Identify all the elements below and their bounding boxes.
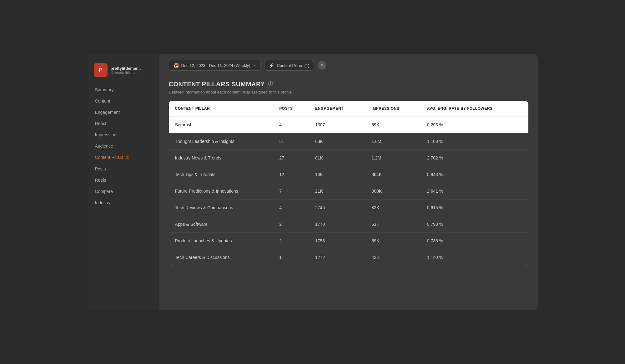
avg-eng-cell: 0.786 % (421, 233, 528, 249)
sidebar-label-reach: Reach (95, 121, 108, 126)
main-content: 📅 Dec 12, 2023 - Dec 11, 2024 (Weekly) ▾… (159, 54, 538, 310)
posts-cell: 2 (273, 216, 309, 233)
engagement-cell: 13K (309, 166, 365, 183)
sidebar-label-audience: Audience (95, 144, 113, 149)
filter-icon: ⚡ (269, 63, 274, 68)
table-row[interactable]: Tech Tips & Tutorials1213K364K0.943 % (169, 166, 528, 183)
impressions-cell: 1.2M (365, 150, 421, 166)
sidebar-item-industry[interactable]: Industry (91, 197, 156, 208)
help-button[interactable]: ? (318, 61, 326, 70)
posts-cell: 2 (273, 233, 309, 249)
pillar-cell: Product Launches & Updates (169, 233, 273, 249)
table-row[interactable]: Product Launches & Updates2175359K0.786 … (169, 233, 528, 249)
impressions-cell: 300K (365, 183, 421, 200)
avatar: P (94, 63, 108, 77)
sidebar-label-posts: Posts (95, 166, 106, 171)
sidebar: P prettylittlemar... @ /prettylittlema..… (88, 54, 159, 310)
section-subtitle: Detailed information about each content … (169, 90, 528, 94)
engagement-cell: 21K (309, 183, 365, 200)
sidebar-item-posts[interactable]: Posts (91, 164, 156, 174)
pillar-cell: Apps & Software (169, 216, 273, 233)
posts-cell: 12 (273, 166, 309, 183)
avg-eng-cell: 0.793 % (421, 216, 528, 233)
pillars-table: CONTENT PILLAR POSTS ENGAGEMENT IMPRESSI… (169, 101, 528, 265)
sidebar-item-audience[interactable]: Audience (91, 141, 156, 151)
content-pillars-filter-button[interactable]: ⚡ Content Pillars (1) (264, 60, 314, 71)
avatar-letter: P (98, 67, 102, 73)
sidebar-item-reach[interactable]: Reach (91, 118, 156, 129)
section-info-icon: ⓘ (268, 81, 273, 88)
posts-cell: 7 (273, 183, 309, 200)
engagement-cell: 1753 (309, 233, 365, 249)
sidebar-nav: Summary Content Engagement Reach Impress… (88, 84, 159, 208)
posts-cell: 51 (273, 133, 309, 150)
posts-cell: 4 (273, 200, 309, 216)
app-container: P prettylittlemar... @ /prettylittlema..… (88, 54, 538, 310)
sidebar-item-reels[interactable]: Reels (91, 175, 156, 185)
impressions-cell: 1.6M (365, 133, 421, 150)
profile-section: P prettylittlemar... @ /prettylittlema..… (88, 60, 159, 84)
sidebar-label-compare: Compare (95, 189, 113, 194)
sidebar-label-impressions: Impressions (95, 132, 118, 137)
avg-eng-cell: 1.108 % (421, 133, 528, 150)
impressions-cell: 59K (365, 233, 421, 249)
engagement-cell: 2745 (309, 200, 365, 216)
sidebar-item-engagement[interactable]: Engagement (91, 107, 156, 118)
col-header-engagement: ENGAGEMENT (309, 101, 365, 117)
table-row[interactable]: Semrush4130759K0.293 % (169, 117, 528, 133)
pillar-cell: Semrush (169, 117, 273, 133)
engagement-cell: 1307 (309, 117, 365, 133)
profile-name: prettylittlemar... (111, 66, 141, 71)
content-pillars-table: CONTENT PILLAR POSTS ENGAGEMENT IMPRESSI… (169, 101, 528, 265)
engagement-cell: 1272 (309, 249, 365, 266)
avg-eng-cell: 0.293 % (421, 117, 528, 133)
sidebar-label-content: Content (95, 99, 110, 104)
pillar-cell: Future Predictions & Innovations (169, 183, 273, 200)
impressions-cell: 82K (365, 200, 421, 216)
posts-cell: 4 (273, 117, 309, 133)
date-range-button[interactable]: 📅 Dec 12, 2023 - Dec 11, 2024 (Weekly) ▾ (169, 60, 261, 71)
table-row[interactable]: Thought Leadership & Insights5163K1.6M1.… (169, 133, 528, 150)
sidebar-item-impressions[interactable]: Impressions (91, 129, 156, 140)
table-row[interactable]: Tech Careers & Discussions1127242K1.140 … (169, 249, 528, 266)
pillar-cell: Tech Careers & Discussions (169, 249, 273, 266)
profile-handle: @ /prettylittlema... (111, 71, 141, 74)
content-pillars-filter-label: Content Pillars (1) (277, 63, 309, 68)
sidebar-label-summary: Summary (95, 87, 114, 92)
posts-cell: 27 (273, 150, 309, 166)
table-row[interactable]: Future Predictions & Innovations721K300K… (169, 183, 528, 200)
sidebar-label-engagement: Engagement (95, 110, 120, 115)
table-header-row: CONTENT PILLAR POSTS ENGAGEMENT IMPRESSI… (169, 101, 528, 117)
sidebar-item-content-pillars[interactable]: Content Pillars ⓘ (91, 152, 156, 163)
avg-eng-cell: 0.943 % (421, 166, 528, 183)
profile-info: prettylittlemar... @ /prettylittlema... (111, 66, 141, 74)
sidebar-item-summary[interactable]: Summary (91, 84, 156, 95)
date-range-label: Dec 12, 2023 - Dec 11, 2024 (Weekly) (181, 63, 250, 68)
question-mark-icon: ? (321, 63, 323, 68)
table-row[interactable]: Industry News & Trends2781K1.2M2.702 % (169, 150, 528, 166)
col-header-posts: POSTS (273, 101, 309, 117)
impressions-cell: 59K (365, 117, 421, 133)
engagement-cell: 1770 (309, 216, 365, 233)
section-title: CONTENT PILLARS SUMMARY ⓘ (169, 81, 528, 88)
chevron-down-icon: ▾ (254, 63, 256, 68)
posts-cell: 1 (273, 249, 309, 266)
avg-eng-cell: 2.641 % (421, 183, 528, 200)
sidebar-item-content[interactable]: Content (91, 96, 156, 106)
col-header-avg-eng: AVG. ENG. RATE BY FOLLOWERS (421, 101, 528, 117)
impressions-cell: 364K (365, 166, 421, 183)
section-title-text: CONTENT PILLARS SUMMARY (169, 81, 265, 88)
calendar-icon: 📅 (174, 63, 179, 68)
sidebar-label-content-pillars: Content Pillars (95, 155, 123, 160)
impressions-cell: 61K (365, 216, 421, 233)
sidebar-item-compare[interactable]: Compare (91, 186, 156, 197)
info-dot-icon: ⓘ (126, 156, 129, 159)
pillar-cell: Tech Tips & Tutorials (169, 166, 273, 183)
avg-eng-cell: 1.140 % (421, 249, 528, 266)
engagement-cell: 81K (309, 150, 365, 166)
avg-eng-cell: 0.615 % (421, 200, 528, 216)
impressions-cell: 42K (365, 249, 421, 266)
engagement-cell: 63K (309, 133, 365, 150)
table-row[interactable]: Tech Reviews & Comparisons4274582K0.615 … (169, 200, 528, 216)
table-row[interactable]: Apps & Software2177061K0.793 % (169, 216, 528, 233)
